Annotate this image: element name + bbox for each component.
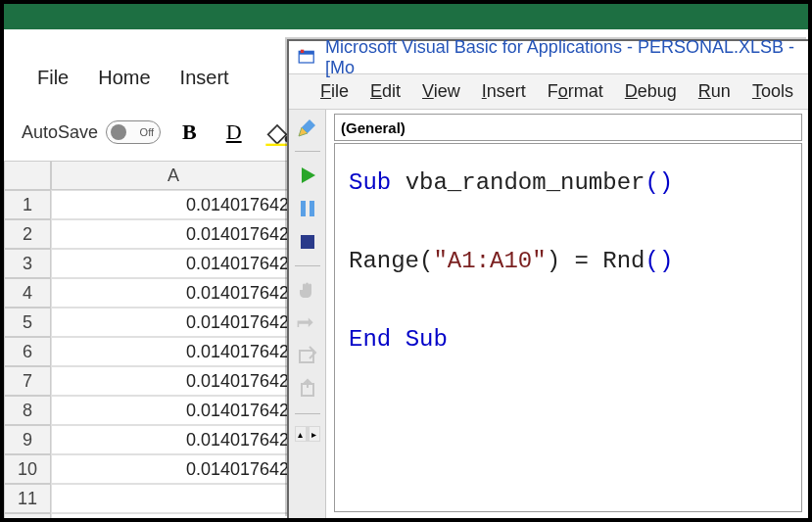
vba-code-pane: (General) Sub vba_random_number() Range(…: [326, 110, 808, 518]
cell[interactable]: 0.014017642: [51, 219, 296, 249]
code-range-call: Range: [349, 248, 419, 274]
row-header[interactable]: 8: [4, 396, 51, 425]
tab-file[interactable]: File: [37, 67, 69, 89]
row-header[interactable]: 7: [4, 366, 51, 396]
cell[interactable]: [51, 513, 296, 518]
row-header[interactable]: 10: [4, 454, 51, 484]
vba-vertical-toolbar: ▴ ▸: [289, 110, 326, 518]
row-header[interactable]: 11: [4, 484, 51, 513]
row-header[interactable]: 4: [4, 278, 51, 308]
autosave-group: AutoSave Off: [22, 120, 161, 144]
code-editor[interactable]: Sub vba_random_number() Range("A1:A10") …: [334, 143, 802, 512]
code-kw-sub: Sub: [349, 169, 391, 196]
svg-rect-9: [310, 201, 314, 216]
row-header[interactable]: 1: [4, 190, 51, 219]
row-header[interactable]: 12: [4, 513, 51, 518]
row-header[interactable]: 5: [4, 308, 51, 337]
select-all-corner[interactable]: [4, 161, 51, 190]
step-out-icon[interactable]: [296, 378, 319, 402]
toolbar-scroll[interactable]: ▴ ▸: [295, 426, 320, 442]
tab-insert[interactable]: Insert: [180, 67, 229, 89]
design-mode-icon[interactable]: [296, 116, 319, 139]
autosave-toggle[interactable]: Off: [106, 120, 161, 144]
underline-button[interactable]: D: [218, 119, 250, 145]
hand-icon[interactable]: [296, 278, 319, 302]
vba-menu-tools[interactable]: Tools: [752, 81, 793, 102]
vba-app-icon: [297, 48, 317, 68]
code-sub-name: vba_random_number: [406, 169, 645, 196]
break-icon[interactable]: [296, 197, 319, 220]
code-rnd: Rnd: [602, 248, 645, 274]
code-eq: =: [560, 248, 602, 274]
vba-title-bar[interactable]: Microsoft Visual Basic for Applications …: [289, 41, 808, 74]
step-into-icon[interactable]: [296, 311, 319, 335]
row-header[interactable]: 2: [4, 219, 51, 249]
cell[interactable]: 0.014017642: [51, 278, 296, 308]
tab-home[interactable]: Home: [98, 67, 150, 89]
row-header[interactable]: 3: [4, 249, 51, 278]
vba-editor-window: Microsoft Visual Basic for Applications …: [287, 39, 808, 518]
vba-menu-insert[interactable]: Insert: [482, 81, 526, 102]
vba-menu-edit[interactable]: Edit: [370, 81, 401, 102]
vba-menu-debug[interactable]: Debug: [625, 81, 677, 102]
cell[interactable]: 0.014017642: [51, 396, 296, 425]
svg-rect-8: [301, 201, 306, 216]
vba-menu-run[interactable]: Run: [698, 81, 731, 102]
autosave-label: AutoSave: [22, 122, 98, 143]
code-kw-sub2: Sub: [406, 326, 448, 353]
cell[interactable]: 0.014017642: [51, 249, 296, 278]
object-dropdown[interactable]: (General): [334, 114, 802, 141]
row-header[interactable]: 6: [4, 337, 51, 366]
code-range-str: "A1:A10": [433, 248, 546, 274]
svg-rect-3: [301, 49, 304, 52]
reset-icon[interactable]: [296, 230, 319, 254]
autosave-state: Off: [140, 126, 154, 138]
cell[interactable]: 0.014017642: [51, 308, 296, 337]
vba-title-text: Microsoft Visual Basic for Applications …: [325, 37, 808, 78]
toggle-knob-icon: [111, 124, 126, 140]
bold-button[interactable]: B: [174, 119, 205, 145]
svg-rect-10: [301, 235, 314, 249]
vba-menu-bar: File Edit View Insert Format Debug Run T…: [289, 74, 808, 110]
code-parens: (): [645, 169, 673, 196]
run-icon[interactable]: [296, 164, 319, 187]
step-over-icon[interactable]: [296, 345, 319, 368]
column-header-a[interactable]: A: [51, 161, 296, 190]
cell[interactable]: 0.014017642: [51, 454, 296, 484]
chevron-right-icon: ▸: [310, 427, 319, 441]
cell[interactable]: 0.014017642: [51, 366, 296, 396]
vba-menu-file[interactable]: File: [320, 81, 349, 102]
cell[interactable]: [51, 484, 296, 513]
excel-ribbon-commands: AutoSave Off B D: [4, 106, 291, 159]
vba-menu-view[interactable]: View: [422, 81, 460, 102]
svg-rect-0: [265, 144, 288, 146]
excel-title-bar: [4, 4, 808, 29]
excel-ribbon-tabs: File Home Insert: [4, 53, 229, 102]
cell[interactable]: 0.014017642: [51, 425, 296, 454]
cell[interactable]: 0.014017642: [51, 190, 296, 219]
chevron-up-icon: ▴: [296, 427, 306, 441]
vba-menu-format[interactable]: Format: [548, 81, 603, 102]
code-kw-end: End: [349, 326, 391, 353]
row-header[interactable]: 9: [4, 425, 51, 454]
cell[interactable]: 0.014017642: [51, 337, 296, 366]
